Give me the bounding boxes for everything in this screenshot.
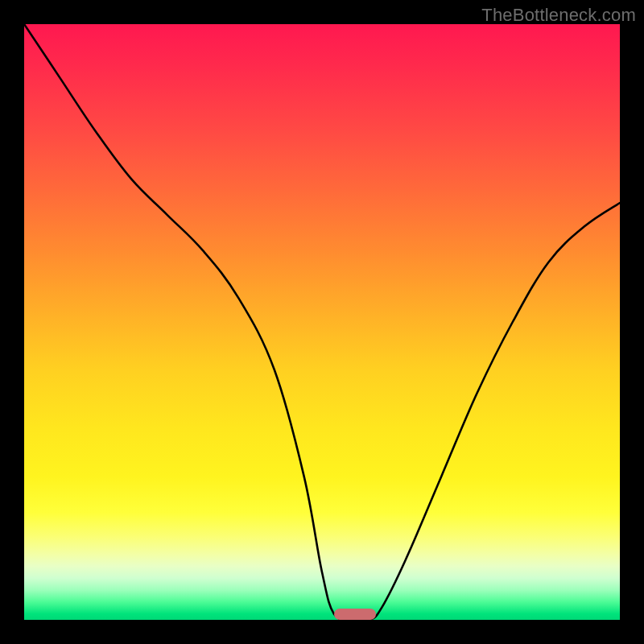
optimal-range-marker [334, 609, 376, 620]
plot-area [24, 24, 620, 620]
chart-frame: TheBottleneck.com [0, 0, 644, 644]
watermark-text: TheBottleneck.com [481, 5, 636, 26]
bottleneck-curve [24, 24, 620, 620]
